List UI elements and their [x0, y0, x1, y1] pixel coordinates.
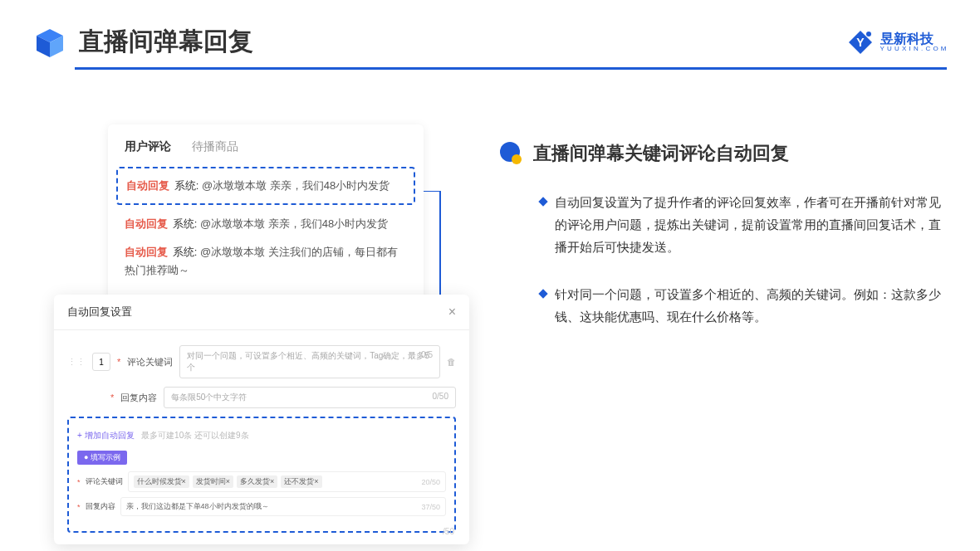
- section-header: 直播间弹幕关键词评论自动回复: [498, 141, 947, 166]
- svg-point-5: [866, 32, 871, 37]
- logo-text-cn: 昱新科技: [880, 32, 947, 46]
- diamond-bullet-icon: [538, 289, 547, 298]
- content-count: 0/50: [433, 392, 448, 401]
- add-hint-text: 最多可建10条 还可以创建9条: [141, 431, 248, 440]
- bullet-list: 自动回复设置为了提升作者的评论回复效率，作者可在开播前针对常见的评论用户问题，提…: [498, 191, 947, 328]
- example-content-row: * 回复内容 亲，我们这边都是下单48小时内发货的哦～ 37/50: [77, 497, 446, 516]
- tag-item[interactable]: 还不发货×: [281, 475, 321, 488]
- system-label: 系统:: [173, 246, 198, 258]
- modal-header: 自动回复设置 ×: [54, 295, 469, 330]
- svg-point-7: [512, 154, 522, 164]
- drag-handle-icon[interactable]: ⋮⋮: [67, 357, 86, 368]
- content-placeholder: 每条限50个中文字符: [171, 393, 247, 402]
- tag-item[interactable]: 发货时间×: [193, 475, 233, 488]
- auto-reply-badge: 自动回复: [125, 246, 168, 258]
- header-divider: [75, 67, 947, 70]
- keyword-placeholder: 对同一个问题，可设置多个相近、高频的关键词，Tag确定，最多5个: [187, 351, 429, 372]
- content-label: 回复内容: [120, 392, 157, 404]
- left-panel: 用户评论 待播商品 自动回复 系统: @冰墩墩本墩 亲亲，我们48小时内发货 自…: [108, 124, 424, 305]
- comment-row: 自动回复 系统: @冰墩墩本墩 亲亲，我们48小时内发货: [125, 215, 407, 233]
- tag-item[interactable]: 什么时候发货×: [134, 475, 189, 488]
- keyword-count: 0/5: [421, 350, 433, 359]
- auto-reply-badge: 自动回复: [125, 217, 168, 230]
- section-title: 直播间弹幕关键词评论自动回复: [533, 141, 789, 166]
- content-form-row: * 回复内容 每条限50个中文字符 0/50: [67, 387, 456, 408]
- required-star: *: [110, 393, 114, 402]
- modal-title: 自动回复设置: [67, 305, 132, 319]
- diamond-bullet-icon: [538, 197, 547, 206]
- tag-item[interactable]: 多久发货×: [237, 475, 277, 488]
- required-star: *: [77, 503, 81, 511]
- modal-body: ⋮⋮ 1 * 评论关键词 对同一个问题，可设置多个相近、高频的关键词，Tag确定…: [54, 330, 469, 544]
- tab-user-comments[interactable]: 用户评论: [125, 139, 171, 154]
- system-label: 系统:: [173, 217, 198, 230]
- ex-content-text: 亲，我们这边都是下单48小时内发货的哦～: [126, 501, 269, 512]
- bullet-item: 针对同一个问题，可设置多个相近的、高频的关键词。例如：这款多少钱、这块能优惠吗、…: [540, 283, 947, 328]
- right-panel: 直播间弹幕关键词评论自动回复 自动回复设置为了提升作者的评论回复效率，作者可在开…: [498, 141, 947, 353]
- ex-content-count: 37/50: [421, 503, 440, 511]
- comment-text: @冰墩墩本墩 亲亲，我们48小时内发货: [202, 179, 390, 192]
- logo-text-en: Y U U X I N . C O M: [880, 46, 947, 52]
- logo-diamond-icon: Y: [847, 29, 874, 56]
- page-header: 直播间弹幕回复 Y 昱新科技 Y U U X I N . C O M: [0, 0, 980, 67]
- comment-card: 用户评论 待播商品 自动回复 系统: @冰墩墩本墩 亲亲，我们48小时内发货 自…: [108, 124, 424, 305]
- svg-text:Y: Y: [856, 36, 865, 49]
- page-title: 直播间弹幕回复: [79, 25, 253, 59]
- header-left: 直播间弹幕回复: [33, 25, 253, 59]
- bullet-text: 针对同一个问题，可设置多个相近的、高频的关键词。例如：这款多少钱、这块能优惠吗、…: [555, 283, 947, 328]
- item-number: 1: [92, 353, 110, 371]
- delete-icon[interactable]: 🗑: [447, 357, 456, 367]
- ex-keyword-count: 20/50: [421, 478, 440, 486]
- required-star: *: [117, 357, 120, 367]
- bullet-item: 自动回复设置为了提升作者的评论回复效率，作者可在开播前针对常见的评论用户问题，提…: [540, 191, 947, 258]
- cube-icon: [33, 26, 66, 59]
- comment-row-highlighted: 自动回复 系统: @冰墩墩本墩 亲亲，我们48小时内发货: [116, 167, 415, 205]
- bottom-counter: /50: [443, 527, 454, 536]
- tab-pending-goods[interactable]: 待播商品: [192, 139, 238, 154]
- ex-keyword-label: 评论关键词: [86, 476, 123, 487]
- auto-reply-badge: 自动回复: [126, 179, 169, 192]
- comment-text: @冰墩墩本墩 亲亲，我们48小时内发货: [200, 217, 388, 230]
- brand-logo: Y 昱新科技 Y U U X I N . C O M: [847, 29, 947, 56]
- ex-content-label: 回复内容: [86, 501, 115, 512]
- example-content-input[interactable]: 亲，我们这边都是下单48小时内发货的哦～ 37/50: [120, 497, 446, 516]
- add-auto-reply-link[interactable]: + 增加自动回复: [77, 430, 135, 441]
- example-tags-input[interactable]: 什么时候发货× 发货时间× 多久发货× 还不发货× 20/50: [128, 471, 446, 492]
- example-keyword-row: * 评论关键词 什么时候发货× 发货时间× 多久发货× 还不发货× 20/50: [77, 471, 446, 492]
- keyword-input[interactable]: 对同一个问题，可设置多个相近、高频的关键词，Tag确定，最多5个 0/5: [179, 345, 440, 378]
- required-star: *: [77, 478, 81, 486]
- close-icon[interactable]: ×: [448, 305, 456, 319]
- system-label: 系统:: [174, 179, 199, 192]
- comment-tabs: 用户评论 待播商品: [125, 139, 407, 154]
- auto-reply-settings-modal: 自动回复设置 × ⋮⋮ 1 * 评论关键词 对同一个问题，可设置多个相近、高频的…: [54, 295, 469, 544]
- comment-row: 自动回复 系统: @冰墩墩本墩 关注我们的店铺，每日都有热门推荐呦～: [125, 243, 407, 280]
- chat-bubble-icon: [498, 141, 523, 166]
- keyword-form-row: ⋮⋮ 1 * 评论关键词 对同一个问题，可设置多个相近、高频的关键词，Tag确定…: [67, 345, 456, 378]
- example-badge: ● 填写示例: [77, 451, 127, 465]
- content-input[interactable]: 每条限50个中文字符 0/50: [164, 387, 456, 408]
- bullet-text: 自动回复设置为了提升作者的评论回复效率，作者可在开播前针对常见的评论用户问题，提…: [555, 191, 947, 258]
- example-section: + 增加自动回复 最多可建10条 还可以创建9条 ● 填写示例 * 评论关键词 …: [67, 417, 456, 533]
- keyword-label: 评论关键词: [127, 356, 173, 368]
